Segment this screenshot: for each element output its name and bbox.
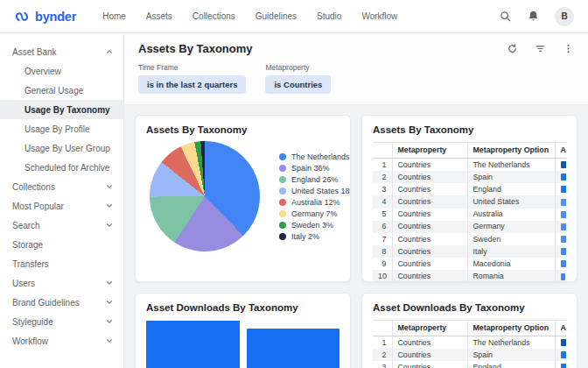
- chevron-down-icon: [106, 202, 113, 209]
- table-row: 3CountriesEngland1,991: [373, 183, 566, 195]
- sidebar-item-label: Styleguide: [12, 317, 106, 327]
- table-row: 6CountriesGermany1,255: [373, 221, 566, 233]
- sidebar-item-users[interactable]: Users: [0, 273, 123, 293]
- sidebar-item-label: Brand Guidelines: [12, 298, 106, 308]
- topnav-item-assets[interactable]: Assets: [146, 11, 172, 21]
- assets-cell: 1,584: [555, 158, 566, 171]
- metaproperty-cell: Countries: [392, 270, 467, 282]
- assets-cell: 1,991: [555, 361, 566, 368]
- filter-chip-metaproperty[interactable]: is Countries: [265, 75, 331, 94]
- table-row: 9CountriesMacedonia921: [373, 258, 566, 270]
- row-index: 2: [373, 349, 392, 361]
- assets-bar: [561, 351, 567, 358]
- sidebar-item-overview[interactable]: Overview: [0, 61, 123, 81]
- sidebar-navigation: Asset BankOverviewGeneral UsageUsage By …: [0, 33, 124, 368]
- sidebar-item-transfers[interactable]: Transfers: [0, 254, 123, 273]
- sidebar-item-label: Most Popular: [12, 202, 106, 211]
- topnav-item-collections[interactable]: Collections: [192, 11, 235, 21]
- sidebar-item-general-usage[interactable]: General Usage: [0, 81, 123, 100]
- table-row: 10CountriesRomania844: [373, 270, 566, 282]
- sidebar-item-styleguide[interactable]: Styleguide: [0, 312, 123, 331]
- assets-bar: [561, 199, 567, 206]
- metaproperty-option-cell: Romania: [467, 270, 555, 282]
- table-header-row: MetapropertyMetaproperty OptionAssets: [373, 321, 566, 336]
- topnav-item-workflow[interactable]: Workflow: [361, 11, 397, 21]
- sidebar-item-most-popular[interactable]: Most Popular: [0, 196, 123, 216]
- chevron-up-icon: [106, 48, 113, 55]
- brand-name: bynder: [35, 10, 76, 24]
- table-row: 4CountriesUnited States1,540: [373, 195, 566, 208]
- sidebar-item-label: Storage: [12, 240, 113, 250]
- page-actions: [507, 43, 574, 54]
- metaproperty-cell: Countries: [392, 361, 467, 368]
- topnav-item-studio[interactable]: Studio: [317, 11, 341, 21]
- assets-bar: [561, 260, 566, 267]
- sidebar-item-label: Asset Bank: [12, 47, 106, 57]
- column-header: [373, 143, 392, 159]
- table-row: 5CountriesAustralia1,326: [373, 209, 566, 221]
- legend-label: England 26%: [291, 175, 339, 184]
- metaproperty-option-cell: Macedonia: [467, 258, 555, 270]
- topnav-item-guidelines[interactable]: Guidelines: [256, 11, 297, 21]
- sidebar-item-usage-by-profile[interactable]: Usage By Profile: [0, 119, 123, 138]
- column-header: Metaproperty: [392, 321, 467, 336]
- metaproperty-cell: Countries: [392, 221, 467, 233]
- metaproperty-cell: Countries: [392, 183, 467, 195]
- assets-bar: [561, 236, 567, 243]
- metaproperty-cell: Countries: [392, 195, 467, 208]
- assets-cell: 1,296: [555, 349, 566, 361]
- sidebar-item-usage-by-taxonomy[interactable]: Usage By Taxonomy: [0, 100, 123, 119]
- assets-bar: [561, 161, 567, 168]
- sidebar-item-usage-by-user-group[interactable]: Usage By User Group: [0, 138, 123, 158]
- sidebar-item-asset-bank[interactable]: Asset Bank: [0, 42, 123, 61]
- metaproperty-option-cell: The Netherlands: [467, 336, 555, 349]
- assets-cell: 1,540: [555, 195, 566, 208]
- card-title: Assets By Taxonomy: [146, 124, 340, 135]
- assets-cell: 1,255: [555, 221, 566, 233]
- sidebar-item-collections[interactable]: Collections: [0, 177, 123, 196]
- assets-cell: 1,296: [555, 171, 566, 183]
- assets-bar: [561, 364, 567, 368]
- row-index: 1: [373, 336, 392, 349]
- table-row: 8CountriesItaly976: [373, 245, 566, 258]
- refresh-icon[interactable]: [507, 43, 518, 54]
- dashboard-grid: Assets By Taxonomy The Netherlands 63%Sp…: [124, 105, 588, 368]
- column-header: Metaproperty: [392, 143, 467, 159]
- search-icon[interactable]: [499, 10, 512, 23]
- sidebar-item-workflow[interactable]: Workflow: [0, 331, 123, 350]
- table-row: 2CountriesSpain1,296: [373, 171, 566, 183]
- sidebar-item-label: Scheduled for Archive: [24, 163, 113, 173]
- row-index: 8: [373, 245, 392, 258]
- legend-item-sweden: Sweden 3%: [279, 221, 351, 230]
- topnav-item-home[interactable]: Home: [102, 11, 126, 21]
- filter-label: Time Frame: [138, 63, 246, 72]
- column-header: Assets: [555, 321, 566, 336]
- row-index: 7: [373, 233, 392, 245]
- row-index: 4: [373, 195, 392, 208]
- sidebar-item-label: General Usage: [24, 86, 113, 96]
- legend-dot: [279, 153, 286, 160]
- row-index: 1: [373, 158, 392, 171]
- sidebar-item-storage[interactable]: Storage: [0, 235, 123, 254]
- metaproperty-cell: Countries: [392, 349, 467, 361]
- legend-item-the-netherlands: The Netherlands 63%: [279, 152, 351, 161]
- user-avatar[interactable]: B: [555, 7, 574, 26]
- table-row: 7CountriesSweden1,156: [373, 233, 566, 245]
- chevron-down-icon: [106, 318, 113, 325]
- filter-icon[interactable]: [535, 43, 546, 54]
- kebab-menu-icon[interactable]: [563, 43, 574, 54]
- sidebar-item-search[interactable]: Search: [0, 216, 123, 235]
- card-assets-pie: Assets By Taxonomy The Netherlands 63%Sp…: [135, 115, 351, 282]
- bynder-logo[interactable]: bynder: [14, 9, 76, 25]
- bell-icon[interactable]: [527, 10, 540, 23]
- metaproperty-option-cell: Australia: [467, 209, 555, 221]
- assets-bar: [561, 273, 565, 280]
- filter-metaproperty: Metapropertyis Countries: [265, 63, 331, 94]
- sidebar-item-brand-guidelines[interactable]: Brand Guidelines: [0, 293, 123, 312]
- legend-item-spain: Spain 36%: [279, 164, 351, 173]
- row-index: 10: [373, 270, 392, 282]
- assets-cell: 1,584: [555, 336, 566, 349]
- assets-table: MetapropertyMetaproperty OptionAssets1Co…: [373, 142, 566, 282]
- sidebar-item-scheduled-for-archive[interactable]: Scheduled for Archive: [0, 158, 123, 177]
- filter-chip-time-frame[interactable]: is in the last 2 quarters: [138, 75, 246, 94]
